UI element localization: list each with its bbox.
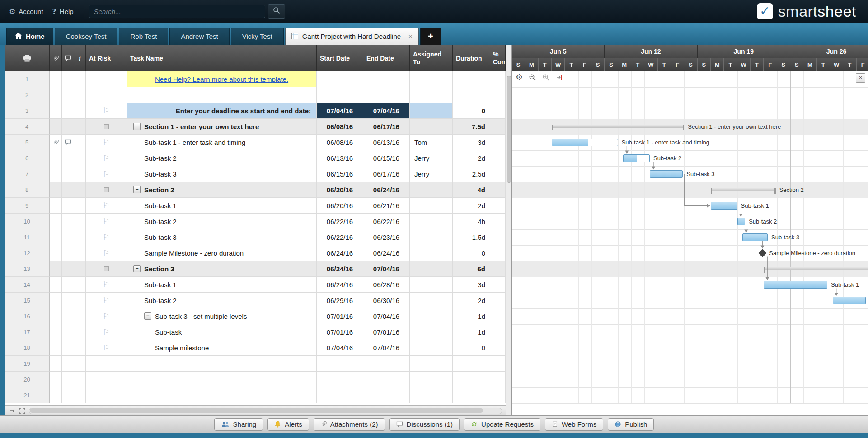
start-date-cell[interactable]: 06/13/16 bbox=[317, 150, 363, 166]
pct-complete-cell[interactable] bbox=[491, 166, 506, 182]
assigned-cell[interactable] bbox=[410, 103, 453, 119]
pct-complete-cell[interactable] bbox=[491, 308, 506, 324]
at-risk-cell[interactable] bbox=[86, 261, 127, 277]
pct-complete-cell[interactable] bbox=[491, 71, 506, 87]
at-risk-cell[interactable]: ⚐ bbox=[86, 308, 127, 324]
collapse-toggle[interactable]: − bbox=[133, 265, 141, 272]
row-number[interactable]: 14 bbox=[5, 277, 50, 293]
end-date-cell[interactable]: 06/22/16 bbox=[363, 214, 410, 229]
end-date-cell[interactable] bbox=[363, 372, 410, 387]
start-date-cell[interactable]: 07/01/16 bbox=[317, 324, 363, 340]
end-date-cell[interactable]: 06/30/16 bbox=[363, 293, 410, 308]
task-name-cell[interactable]: −Sub-task 3 - set multiple levels bbox=[127, 308, 317, 324]
search-button[interactable] bbox=[268, 4, 285, 19]
assigned-cell[interactable] bbox=[410, 119, 453, 135]
flag-icon[interactable]: ⚐ bbox=[103, 328, 109, 336]
task-name-cell[interactable] bbox=[127, 356, 317, 372]
duration-cell[interactable]: 3d bbox=[453, 277, 491, 293]
new-tab-button[interactable]: + bbox=[420, 28, 441, 45]
assigned-cell[interactable] bbox=[410, 277, 453, 293]
duration-cell[interactable]: 7.5d bbox=[453, 119, 491, 135]
row-number[interactable]: 3 bbox=[5, 103, 50, 119]
tab-vicky-test[interactable]: Vicky Test bbox=[231, 28, 284, 45]
start-date-cell[interactable]: 06/20/16 bbox=[317, 198, 363, 214]
flag-icon[interactable]: ⚐ bbox=[103, 107, 109, 115]
end-date-cell[interactable]: 06/23/16 bbox=[363, 229, 410, 245]
at-risk-cell[interactable]: ⚐ bbox=[86, 277, 127, 293]
task-name-cell[interactable]: −Section 3 bbox=[127, 261, 317, 277]
duration-cell[interactable] bbox=[453, 356, 491, 372]
gantt-task-bar[interactable] bbox=[623, 154, 650, 162]
row-number[interactable]: 13 bbox=[5, 261, 50, 277]
attachment-column-icon[interactable] bbox=[50, 45, 62, 71]
gantt-task-bar[interactable] bbox=[711, 202, 737, 210]
duration-cell[interactable]: 2.5d bbox=[453, 166, 491, 182]
bottombar-discussions-1-[interactable]: Discussions (1) bbox=[389, 418, 460, 431]
tab-home[interactable]: Home bbox=[6, 28, 53, 45]
end-date-cell[interactable]: 06/17/16 bbox=[363, 119, 410, 135]
start-date-cell[interactable]: 07/04/16 bbox=[317, 103, 363, 119]
task-name-cell[interactable] bbox=[127, 87, 317, 103]
column-header-pct-complete[interactable]: % Complete bbox=[491, 45, 506, 71]
assigned-cell[interactable] bbox=[410, 324, 453, 340]
pct-complete-cell[interactable] bbox=[491, 277, 506, 293]
pct-complete-cell[interactable] bbox=[491, 135, 506, 150]
expand-sheet-icon[interactable] bbox=[19, 408, 25, 414]
task-name-cell[interactable]: Sub-task 2 bbox=[127, 293, 317, 308]
end-date-cell[interactable] bbox=[363, 387, 410, 403]
pct-complete-cell[interactable] bbox=[491, 340, 506, 356]
at-risk-cell[interactable] bbox=[86, 71, 127, 87]
assigned-cell[interactable] bbox=[410, 308, 453, 324]
row-number[interactable]: 6 bbox=[5, 150, 50, 166]
pct-complete-cell[interactable] bbox=[491, 182, 506, 198]
assigned-cell[interactable] bbox=[410, 229, 453, 245]
at-risk-cell[interactable] bbox=[86, 87, 127, 103]
task-name-cell[interactable]: Sub-task 1 - enter task and timing bbox=[127, 135, 317, 150]
pct-complete-cell[interactable] bbox=[491, 150, 506, 166]
vertical-scrollbar[interactable] bbox=[506, 45, 511, 415]
flag-icon[interactable]: ⚐ bbox=[103, 344, 109, 352]
assigned-cell[interactable] bbox=[410, 87, 453, 103]
gantt-milestone[interactable] bbox=[758, 249, 766, 257]
end-date-cell[interactable]: 06/17/16 bbox=[363, 166, 410, 182]
start-date-cell[interactable]: 07/01/16 bbox=[317, 308, 363, 324]
start-date-cell[interactable]: 06/08/16 bbox=[317, 119, 363, 135]
row-comment-icon[interactable] bbox=[62, 135, 74, 150]
tab-close-icon[interactable]: × bbox=[408, 33, 413, 40]
end-date-cell[interactable]: 06/24/16 bbox=[363, 182, 410, 198]
pct-complete-cell[interactable] bbox=[491, 324, 506, 340]
pct-complete-cell[interactable] bbox=[491, 293, 506, 308]
assigned-cell[interactable]: Jerry bbox=[410, 150, 453, 166]
row-number[interactable]: 7 bbox=[5, 166, 50, 182]
row-number[interactable]: 17 bbox=[5, 324, 50, 340]
flag-icon[interactable]: ⚐ bbox=[103, 139, 109, 146]
assigned-cell[interactable]: Jerry bbox=[410, 166, 453, 182]
pct-complete-cell[interactable] bbox=[491, 261, 506, 277]
task-name-cell[interactable]: Sub-task 3 bbox=[127, 229, 317, 245]
start-date-cell[interactable] bbox=[317, 87, 363, 103]
gantt-task-bar[interactable] bbox=[833, 297, 866, 304]
at-risk-cell[interactable]: ⚐ bbox=[86, 198, 127, 214]
start-date-cell[interactable] bbox=[317, 71, 363, 87]
end-date-cell[interactable]: 06/24/16 bbox=[363, 245, 410, 261]
start-date-cell[interactable]: 06/08/16 bbox=[317, 135, 363, 150]
end-date-cell[interactable]: 06/21/16 bbox=[363, 198, 410, 214]
duration-cell[interactable]: 1d bbox=[453, 308, 491, 324]
duration-cell[interactable]: 2d bbox=[453, 198, 491, 214]
at-risk-cell[interactable]: ⚐ bbox=[86, 229, 127, 245]
duration-cell[interactable]: 2d bbox=[453, 293, 491, 308]
end-date-cell[interactable] bbox=[363, 356, 410, 372]
gantt-task-bar[interactable] bbox=[742, 233, 768, 241]
end-date-cell[interactable]: 07/01/16 bbox=[363, 324, 410, 340]
flag-icon[interactable]: ⚐ bbox=[103, 218, 109, 225]
assigned-cell[interactable] bbox=[410, 340, 453, 356]
flag-icon[interactable]: ⚐ bbox=[103, 202, 109, 210]
column-header-duration[interactable]: Duration bbox=[453, 45, 491, 71]
row-number[interactable]: 20 bbox=[5, 372, 50, 387]
task-name-cell[interactable]: Sample milestone bbox=[127, 340, 317, 356]
column-header-assigned-to[interactable]: Assigned To bbox=[410, 45, 453, 71]
bottombar-attachments-2-[interactable]: Attachments (2) bbox=[314, 418, 385, 431]
pct-complete-cell[interactable] bbox=[491, 198, 506, 214]
start-date-cell[interactable]: 06/15/16 bbox=[317, 166, 363, 182]
task-name-cell[interactable]: Sub-task bbox=[127, 324, 317, 340]
